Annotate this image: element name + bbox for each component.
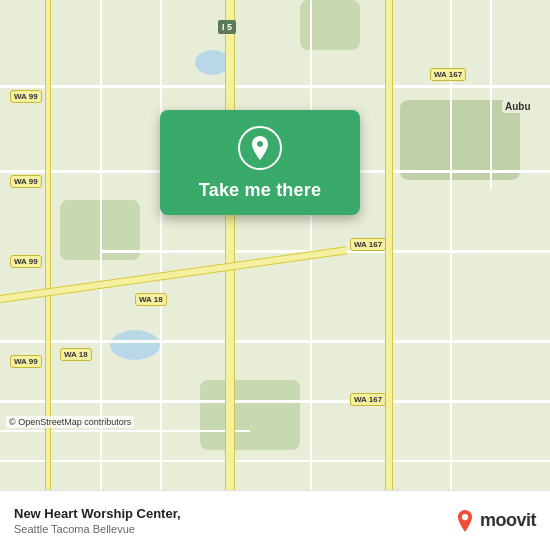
label-wa167-2: WA 167 <box>350 238 386 251</box>
moovit-pin-icon <box>454 510 476 532</box>
bottom-bar: New Heart Worship Center, Seattle Tacoma… <box>0 490 550 550</box>
moovit-text: moovit <box>480 510 536 531</box>
road-horizontal-4 <box>0 340 550 343</box>
location-pin-icon <box>238 126 282 170</box>
road-horizontal-7 <box>0 460 550 462</box>
place-region: Seattle Tacoma Bellevue <box>14 523 454 535</box>
label-wa99-4: WA 99 <box>10 355 42 368</box>
road-vertical-3 <box>310 0 312 490</box>
highway-i5-label-top: I 5 <box>218 20 236 34</box>
svg-point-1 <box>462 513 468 519</box>
road-horizontal-6 <box>0 430 250 432</box>
highway-wa167 <box>385 0 393 490</box>
label-wa99-3: WA 99 <box>10 255 42 268</box>
map-container: I 5 I 5 WA 99 WA 99 WA 99 WA 99 WA 167 W… <box>0 0 550 490</box>
road-horizontal-5 <box>0 400 550 403</box>
cta-button[interactable]: Take me there <box>199 180 321 201</box>
moovit-logo: moovit <box>454 510 536 532</box>
label-wa167-3: WA 167 <box>350 393 386 406</box>
water-area-1 <box>110 330 160 360</box>
label-wa18-2: WA 18 <box>60 348 92 361</box>
label-wa167-1: WA 167 <box>430 68 466 81</box>
green-area-3 <box>300 0 360 50</box>
road-vertical-2 <box>160 0 162 490</box>
osm-attribution: © OpenStreetMap contributors <box>6 416 134 428</box>
green-area-2 <box>200 380 300 450</box>
label-auburn: Aubu <box>502 100 534 113</box>
cta-overlay[interactable]: Take me there <box>160 110 360 215</box>
highway-i5 <box>225 0 235 490</box>
label-wa18-1: WA 18 <box>135 293 167 306</box>
place-info: New Heart Worship Center, Seattle Tacoma… <box>14 506 454 535</box>
place-name: New Heart Worship Center, <box>14 506 454 523</box>
label-wa99-1: WA 99 <box>10 90 42 103</box>
road-horizontal-1 <box>0 85 550 88</box>
label-wa99-2: WA 99 <box>10 175 42 188</box>
road-vertical-5 <box>490 0 492 190</box>
